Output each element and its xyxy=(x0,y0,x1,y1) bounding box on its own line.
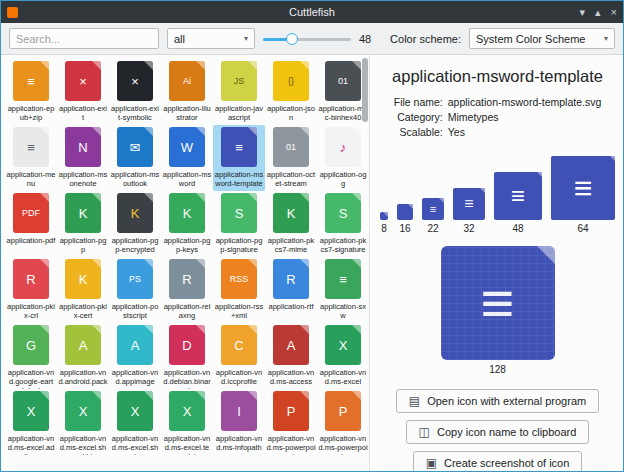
size-label: 22 xyxy=(427,223,438,234)
file-icon: A xyxy=(273,325,309,365)
icon-label: application-vnd.ms-access xyxy=(266,368,316,386)
file-icon-glyph: R xyxy=(286,273,295,286)
icon-cell[interactable]: Rapplication-relaxng xyxy=(161,257,213,323)
icon-cell[interactable]: Kapplication-pgp xyxy=(57,191,109,257)
color-scheme-dropdown[interactable]: System Color Scheme ▾ xyxy=(469,28,615,49)
file-icon-glyph: PS xyxy=(129,275,141,284)
icon-cell[interactable]: Napplication-msonenote xyxy=(57,125,109,191)
icon-label: application-exit xyxy=(58,104,108,122)
maximize-button[interactable]: ▴ xyxy=(595,7,601,18)
size-preview: ≡64 xyxy=(551,156,615,234)
icon-cell[interactable]: Iapplication-vnd.ms-infopath xyxy=(213,389,265,455)
icon-cell[interactable]: Aiapplication-illustrator xyxy=(161,59,213,125)
icon-label: application-pgp xyxy=(58,236,108,254)
file-icon: W xyxy=(169,127,205,167)
size-label: 32 xyxy=(463,223,474,234)
icon-grid-area: ≡application-epub+zip×application-exit×a… xyxy=(1,55,370,471)
icon-cell[interactable]: ×application-exit xyxy=(57,59,109,125)
file-icon: S xyxy=(221,193,257,233)
file-icon-glyph: I xyxy=(237,405,241,418)
icon-cell[interactable]: Aapplication-vnd.ms-access xyxy=(265,323,317,389)
file-icon-glyph: K xyxy=(183,207,192,220)
copy-icon: ◫ xyxy=(419,426,430,438)
window-title: Cuttlefish xyxy=(1,6,623,18)
preview-icon: ≡ xyxy=(453,188,485,220)
search-input[interactable] xyxy=(9,28,159,49)
icon-cell[interactable]: Wapplication-msword xyxy=(161,125,213,191)
icon-cell[interactable]: Papplication-vnd.ms-powerpoint xyxy=(265,389,317,455)
action-button-label: Create screenshot of icon xyxy=(444,457,569,469)
main-content: ≡application-epub+zip×application-exit×a… xyxy=(1,55,623,471)
file-icon: Ai xyxy=(169,61,205,101)
titlebar[interactable]: Cuttlefish ▾ ▴ × xyxy=(1,1,623,23)
preview-icon-glyph: ≡ xyxy=(511,184,525,208)
icon-label: application-vnd.ms-infopath xyxy=(214,434,264,452)
slider-handle[interactable] xyxy=(286,33,298,45)
file-icon-glyph: A xyxy=(79,339,88,352)
icon-cell[interactable]: Kapplication-pkcs7-mime xyxy=(265,191,317,257)
file-icon-glyph: {} xyxy=(288,77,294,86)
color-scheme-dropdown-value: System Color Scheme xyxy=(476,33,585,45)
minimize-button[interactable]: ▾ xyxy=(580,7,586,18)
file-icon-glyph: W xyxy=(181,141,193,154)
action-button[interactable]: ▣Create screenshot of icon xyxy=(413,451,583,472)
file-icon-glyph: × xyxy=(131,75,139,88)
icon-cell[interactable]: Dapplication-vnd.debian.binary-package xyxy=(161,323,213,389)
icon-cell[interactable]: RSSapplication-rss+xml xyxy=(213,257,265,323)
icon-cell[interactable]: {}application-json xyxy=(265,59,317,125)
close-button[interactable]: × xyxy=(611,7,617,18)
icon-cell[interactable]: 01application-octet-stream xyxy=(265,125,317,191)
icon-cell[interactable]: Rapplication-pkix-crl xyxy=(5,257,57,323)
icon-cell[interactable]: Xapplication-vnd.ms-excel.templat xyxy=(161,389,213,455)
preview-icon-glyph: ≡ xyxy=(430,204,436,215)
icon-cell[interactable]: Aapplication-vnd.android.package xyxy=(57,323,109,389)
file-icon-glyph: ≡ xyxy=(27,141,35,154)
icon-label: application-vnd.ms-powerpoint xyxy=(266,434,316,455)
preview-icon: ≡ xyxy=(422,198,444,220)
file-icon: K xyxy=(273,193,309,233)
action-button[interactable]: ▤Open icon with external program xyxy=(396,389,599,413)
file-icon-glyph: Ai xyxy=(183,77,191,86)
file-icon-glyph: X xyxy=(27,405,36,418)
icon-cell[interactable]: Capplication-vnd.iccprofile xyxy=(213,323,265,389)
size-label: 8 xyxy=(381,223,387,234)
field-label: Category: xyxy=(394,111,443,123)
scrollbar-thumb[interactable] xyxy=(362,58,368,122)
icon-cell[interactable]: ≡application-msword-template xyxy=(213,125,265,191)
icon-size-slider[interactable] xyxy=(263,30,351,48)
category-dropdown-value: all xyxy=(174,33,185,45)
icon-cell[interactable]: ≡application-epub+zip xyxy=(5,59,57,125)
category-dropdown[interactable]: all ▾ xyxy=(167,28,255,49)
icon-label: application-octet-stream xyxy=(266,170,316,188)
scrollbar[interactable] xyxy=(360,55,369,471)
file-icon-glyph: X xyxy=(183,405,192,418)
icon-cell[interactable]: Xapplication-vnd.ms-excel.sheet.bi xyxy=(57,389,109,455)
icon-cell[interactable]: PDFapplication-pdf xyxy=(5,191,57,257)
file-icon: N xyxy=(65,127,101,167)
icon-cell[interactable]: Rapplication-rtf xyxy=(265,257,317,323)
icon-cell[interactable]: Aapplication-vnd.appimage xyxy=(109,323,161,389)
icon-cell[interactable]: PSapplication-postscript xyxy=(109,257,161,323)
color-scheme-label: Color scheme: xyxy=(390,33,461,45)
icon-cell[interactable]: Kapplication-pgp-encrypted xyxy=(109,191,161,257)
large-preview-icon: ≡ xyxy=(441,246,555,360)
icon-cell[interactable]: Kapplication-pgp-keys xyxy=(161,191,213,257)
icon-cell[interactable]: Sapplication-pgp-signature xyxy=(213,191,265,257)
file-icon: A xyxy=(117,325,153,365)
icon-label: application-pdf xyxy=(6,236,56,245)
action-button[interactable]: ◫Copy icon name to clipboard xyxy=(406,420,590,444)
size-preview: 16 xyxy=(397,204,413,234)
icon-cell[interactable]: Kapplication-pkix-cert xyxy=(57,257,109,323)
icon-cell[interactable]: JSapplication-javascript xyxy=(213,59,265,125)
icon-cell[interactable]: ×application-exit-symbolic xyxy=(109,59,161,125)
file-icon-glyph: R xyxy=(26,273,35,286)
icon-cell[interactable]: ✉application-msoutlook xyxy=(109,125,161,191)
icon-cell[interactable]: Xapplication-vnd.ms-excel.addin.m xyxy=(5,389,57,455)
icon-label: application-rss+xml xyxy=(214,302,264,320)
icon-cell[interactable]: ≡application-menu xyxy=(5,125,57,191)
icon-cell[interactable]: Gapplication-vnd.google-earth.kml xyxy=(5,323,57,389)
preview-icon: ≡ xyxy=(494,172,542,220)
file-icon: × xyxy=(117,61,153,101)
icon-cell[interactable]: Xapplication-vnd.ms-excel.sheet.m xyxy=(109,389,161,455)
file-icon-glyph: X xyxy=(131,405,140,418)
